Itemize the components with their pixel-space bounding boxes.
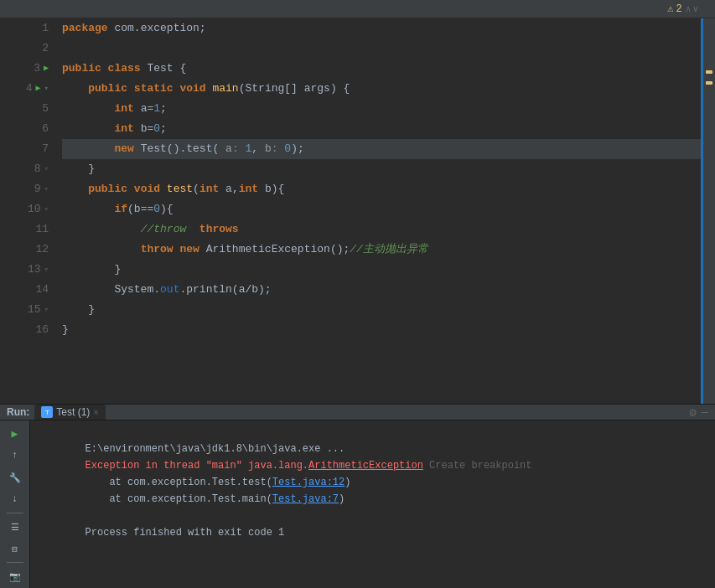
warning-bar: ⚠ 2 ∧ ∨ <box>0 0 715 18</box>
code-line-3: public class Test { <box>62 59 703 79</box>
right-gutter <box>703 18 715 404</box>
line-numbers: 1 2 3 ▶ 4 ▶ ▾ 5 6 7 8 ▿ <box>0 18 59 404</box>
fold-icon-13[interactable]: ▿ <box>44 260 49 280</box>
line-num-5: 5 <box>0 99 52 119</box>
run-icon-3[interactable]: ▶ <box>44 59 49 79</box>
run-panel: Run: T Test (1) × ⚙ — ▶ ↑ 🔧 ↓ ☰ ⊟ 📷 🖨 🗑 <box>0 404 715 588</box>
filter-button[interactable]: ☰ <box>5 517 25 537</box>
code-line-16: } <box>62 320 703 340</box>
code-line-5: int a=1; <box>62 99 703 119</box>
run-button[interactable]: ▶ <box>5 424 25 444</box>
collapse-button[interactable]: ⊟ <box>5 539 25 559</box>
test-java-12-link[interactable]: Test.java:12 <box>272 477 345 488</box>
line-num-15: 15 ▿ <box>0 300 52 320</box>
line-num-4: 4 ▶ ▾ <box>0 79 52 99</box>
line-num-2: 2 <box>0 39 52 59</box>
run-header-controls: ⚙ — <box>689 405 708 420</box>
warning-icon: ⚠ <box>667 3 673 15</box>
code-line-2 <box>62 39 703 59</box>
fold-icon-8[interactable]: ▿ <box>44 159 49 179</box>
warning-marker-1 <box>706 70 712 74</box>
code-line-6: int b=0; <box>62 119 703 139</box>
warning-badge[interactable]: ⚠ 2 <box>667 3 681 15</box>
fold-icon-9[interactable]: ▿ <box>44 179 49 199</box>
line-num-12: 12 <box>0 240 52 260</box>
console-line-6: Process finished with exit code 1 <box>37 508 708 524</box>
code-line-13: } <box>62 260 703 280</box>
line-num-6: 6 <box>0 119 52 139</box>
fold-icon-10[interactable]: ▿ <box>44 199 49 219</box>
code-line-7: new Test().test( a: 1, b: 0); <box>62 139 703 159</box>
editor-area: 1 2 3 ▶ 4 ▶ ▾ 5 6 7 8 ▿ <box>0 18 715 404</box>
blue-accent <box>701 18 703 404</box>
code-content: package com.exception; public class Test… <box>59 18 703 404</box>
run-label: Run: <box>7 406 29 418</box>
scroll-down-button[interactable]: ↓ <box>5 489 25 509</box>
close-tab-button[interactable]: × <box>93 407 98 417</box>
code-line-8: } <box>62 159 703 179</box>
arithmetic-exception-link[interactable]: ArithmeticException <box>308 460 423 472</box>
code-line-12: throw new ArithmeticException();//主动抛出异常 <box>62 240 703 260</box>
nav-arrows[interactable]: ∧ ∨ <box>686 3 698 14</box>
test-java-7-link[interactable]: Test.java:7 <box>272 493 339 505</box>
settings-icon[interactable]: ⚙ <box>689 405 696 420</box>
fold-icon-4[interactable]: ▾ <box>44 79 49 99</box>
tab-icon: T <box>41 406 53 418</box>
nav-down-arrow[interactable]: ∨ <box>692 3 698 14</box>
toolbar-separator-1 <box>7 513 23 513</box>
camera-button[interactable]: 📷 <box>5 566 25 586</box>
code-line-14: System.out.println(a/b); <box>62 280 703 300</box>
run-toolbar: ▶ ↑ 🔧 ↓ ☰ ⊟ 📷 🖨 🗑 <box>0 420 30 588</box>
line-num-10: 10 ▿ <box>0 199 52 219</box>
code-line-1: package com.exception; <box>62 18 703 39</box>
run-tab[interactable]: T Test (1) × <box>34 405 105 420</box>
warning-count: 2 <box>676 3 682 15</box>
line-num-14: 14 <box>0 280 52 300</box>
code-line-4: public static void main(String[] args) { <box>62 79 703 99</box>
code-line-15: } <box>62 300 703 320</box>
code-line-10: if(b==0){ <box>62 199 703 219</box>
run-header: Run: T Test (1) × ⚙ — <box>0 405 715 420</box>
run-icon-4[interactable]: ▶ <box>36 79 41 99</box>
line-num-13: 13 ▿ <box>0 260 52 280</box>
console-output: E:\environment\java\jdk1.8\bin\java.exe … <box>30 420 715 588</box>
code-line-11: //throw throws <box>62 219 703 240</box>
minimize-icon[interactable]: — <box>702 405 708 419</box>
fold-icon-15[interactable]: ▿ <box>44 300 49 320</box>
scroll-up-button[interactable]: ↑ <box>5 446 25 466</box>
toolbar-separator-2 <box>7 562 23 563</box>
line-num-9: 9 ▿ <box>0 179 52 199</box>
warning-marker-2 <box>706 81 712 85</box>
line-num-11: 11 <box>0 219 52 240</box>
console-line-1: E:\environment\java\jdk1.8\bin\java.exe … <box>37 424 708 441</box>
wrench-button[interactable]: 🔧 <box>5 467 25 487</box>
code-line-9: public void test(int a,int b){ <box>62 179 703 199</box>
nav-up-arrow[interactable]: ∧ <box>686 3 692 14</box>
line-num-3: 3 ▶ <box>0 59 52 79</box>
run-body: ▶ ↑ 🔧 ↓ ☰ ⊟ 📷 🖨 🗑 E:\environment\java\jd… <box>0 420 715 588</box>
run-tab-name: Test (1) <box>56 406 90 418</box>
line-num-16: 16 <box>0 320 52 340</box>
line-num-8: 8 ▿ <box>0 159 52 179</box>
line-num-7: 7 <box>0 139 52 159</box>
line-num-1: 1 <box>0 18 52 39</box>
